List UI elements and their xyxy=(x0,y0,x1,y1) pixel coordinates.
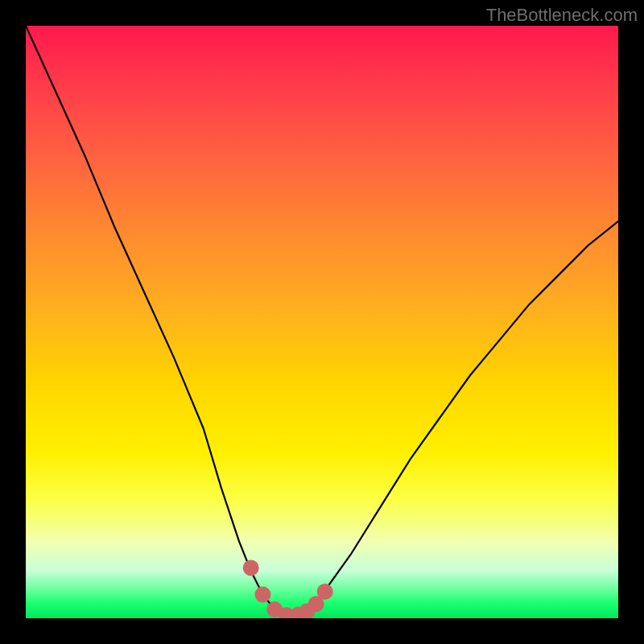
watermark-text: TheBottleneck.com xyxy=(486,5,638,26)
bottleneck-curve-line xyxy=(26,26,618,615)
curve-marker xyxy=(254,587,270,603)
curve-marker xyxy=(243,559,259,576)
chart-plot-area xyxy=(26,26,618,618)
curve-marker xyxy=(317,584,333,600)
bottleneck-curve-svg xyxy=(26,26,618,618)
curve-markers xyxy=(243,559,333,618)
